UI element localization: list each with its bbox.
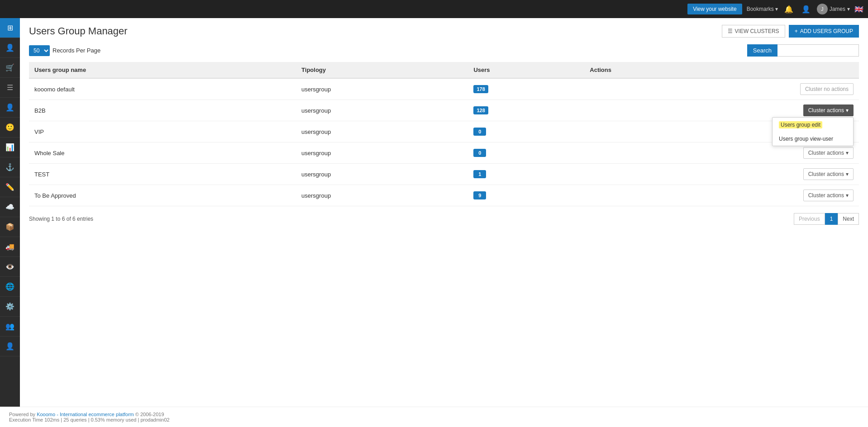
view-clusters-button[interactable]: ☰ VIEW CLUSTERS bbox=[722, 25, 785, 38]
sidebar-item-single-user[interactable]: 👤 bbox=[0, 337, 20, 356]
cluster-actions-button[interactable]: Cluster actions ▾ bbox=[803, 190, 854, 201]
next-page-button[interactable]: Next bbox=[838, 213, 859, 225]
page-header: Users Group Manager ☰ VIEW CLUSTERS + AD… bbox=[29, 25, 859, 38]
chart-icon: 📊 bbox=[5, 143, 14, 152]
main-layout: ⊞ 👤 🛒 ☰ 👤 🙂 📊 ⚓ ✏️ ☁️ 📦 🚚 👁️ 🌐 ⚙️ 👥 👤 Us… bbox=[0, 18, 868, 407]
cell-users: 178 bbox=[468, 78, 584, 100]
user-card-icon[interactable]: 👤 bbox=[800, 5, 812, 14]
sidebar-item-cloud[interactable]: ☁️ bbox=[0, 197, 20, 217]
records-per-page-control: 50 Records Per Page bbox=[29, 45, 100, 56]
sidebar-item-truck[interactable]: 🚚 bbox=[0, 237, 20, 257]
edit-icon: ✏️ bbox=[5, 183, 14, 191]
user-menu[interactable]: J James ▾ bbox=[817, 4, 850, 14]
box-icon: 📦 bbox=[5, 223, 14, 231]
sidebar-item-globe[interactable]: 🌐 bbox=[0, 277, 20, 297]
menu-item-label: Users group edit bbox=[779, 121, 822, 128]
users-count-badge: 0 bbox=[473, 149, 486, 157]
cluster-actions-button[interactable]: Cluster actions ▾ bbox=[803, 104, 854, 116]
person-icon: 👤 bbox=[5, 103, 14, 112]
users-count-badge: 0 bbox=[473, 128, 486, 136]
kooomo-link[interactable]: Kooomo - International ecommerce platfor… bbox=[37, 412, 134, 417]
eye-icon: 👁️ bbox=[5, 262, 14, 271]
search-button[interactable]: Search bbox=[747, 44, 777, 57]
table-row: Whole Saleusersgroup0Cluster actions ▾ bbox=[29, 142, 859, 164]
sidebar-item-user[interactable]: 👤 bbox=[0, 38, 20, 58]
search-input[interactable] bbox=[777, 44, 859, 57]
menu-icon: ☰ bbox=[7, 83, 13, 92]
page-1-button[interactable]: 1 bbox=[825, 213, 838, 225]
chevron-down-icon: ▾ bbox=[846, 107, 849, 114]
sidebar: ⊞ 👤 🛒 ☰ 👤 🙂 📊 ⚓ ✏️ ☁️ 📦 🚚 👁️ 🌐 ⚙️ 👥 👤 bbox=[0, 18, 20, 407]
bookmarks-button[interactable]: Bookmarks ▾ bbox=[747, 6, 778, 12]
copyright-text: © 2006-2019 bbox=[135, 412, 164, 417]
cell-users: 128 bbox=[468, 100, 584, 121]
sidebar-item-users[interactable]: 👥 bbox=[0, 317, 20, 337]
avatar: J bbox=[817, 4, 828, 14]
user-name: James bbox=[830, 6, 845, 12]
chevron-down-icon: ▾ bbox=[846, 192, 849, 199]
cell-actions: Cluster actions ▾ bbox=[584, 185, 859, 206]
col-header-users: Users bbox=[468, 62, 584, 78]
chevron-down-icon: ▾ bbox=[775, 6, 778, 12]
chevron-down-icon: ▾ bbox=[846, 171, 849, 177]
col-header-tipology: Tipology bbox=[296, 62, 468, 78]
sidebar-item-smile[interactable]: 🙂 bbox=[0, 118, 20, 138]
header-buttons: ☰ VIEW CLUSTERS + ADD USERS GROUP bbox=[722, 25, 859, 38]
language-flag-icon[interactable]: 🇬🇧 bbox=[854, 5, 863, 14]
records-per-page-select[interactable]: 50 bbox=[29, 45, 50, 56]
cell-tipology: usersgroup bbox=[296, 78, 468, 100]
cell-group-name: B2B bbox=[29, 100, 296, 121]
col-header-name: Users group name bbox=[29, 62, 296, 78]
anchor-icon: ⚓ bbox=[5, 163, 14, 171]
single-user-icon: 👤 bbox=[5, 342, 14, 351]
showing-text: Showing 1 to 6 of 6 entries bbox=[29, 216, 93, 222]
sidebar-item-person[interactable]: 👤 bbox=[0, 98, 20, 118]
footer: Powered by Kooomo - International ecomme… bbox=[0, 407, 868, 427]
cluster-no-actions-button[interactable]: Cluster no actions bbox=[800, 83, 854, 95]
pagination-row: Showing 1 to 6 of 6 entries Previous 1 N… bbox=[29, 213, 859, 225]
cluster-actions-menu: Users group editUsers group view-user bbox=[772, 117, 854, 146]
truck-icon: 🚚 bbox=[5, 242, 14, 251]
powered-by-text: Powered by bbox=[9, 412, 37, 417]
sidebar-item-grid[interactable]: ⊞ bbox=[0, 18, 20, 38]
sidebar-item-edit[interactable]: ✏️ bbox=[0, 177, 20, 197]
sidebar-item-cart[interactable]: 🛒 bbox=[0, 58, 20, 78]
cluster-actions-dropdown: Cluster actions ▾Users group editUsers g… bbox=[803, 104, 854, 116]
sidebar-item-anchor[interactable]: ⚓ bbox=[0, 157, 20, 177]
user-icon: 👤 bbox=[5, 43, 14, 52]
table-row: B2Busersgroup128Cluster actions ▾Users g… bbox=[29, 100, 859, 121]
sidebar-item-chart[interactable]: 📊 bbox=[0, 138, 20, 157]
cell-users: 0 bbox=[468, 121, 584, 142]
dropdown-menu-item[interactable]: Users group view-user bbox=[773, 132, 853, 146]
cell-group-name: TEST bbox=[29, 164, 296, 185]
table-row: VIPusersgroup0Cluster actions ▾ bbox=[29, 121, 859, 142]
cell-users: 0 bbox=[468, 142, 584, 164]
list-icon: ☰ bbox=[728, 28, 733, 34]
sidebar-item-menu[interactable]: ☰ bbox=[0, 78, 20, 98]
sidebar-item-settings[interactable]: ⚙️ bbox=[0, 297, 20, 317]
cluster-actions-button[interactable]: Cluster actions ▾ bbox=[803, 147, 854, 159]
cell-tipology: usersgroup bbox=[296, 164, 468, 185]
cart-icon: 🛒 bbox=[5, 63, 14, 72]
cell-users: 9 bbox=[468, 185, 584, 206]
controls-row: 50 Records Per Page Search bbox=[29, 44, 859, 57]
cluster-actions-button[interactable]: Cluster actions ▾ bbox=[803, 168, 854, 180]
sidebar-item-box[interactable]: 📦 bbox=[0, 217, 20, 237]
cell-actions: Cluster actions ▾ bbox=[584, 164, 859, 185]
globe-icon: 🌐 bbox=[5, 282, 14, 291]
users-group-icon: 👥 bbox=[5, 322, 14, 331]
plus-icon: + bbox=[795, 28, 798, 34]
cell-tipology: usersgroup bbox=[296, 100, 468, 121]
dropdown-menu-item[interactable]: Users group edit bbox=[773, 118, 853, 132]
notification-bell-icon[interactable]: 🔔 bbox=[782, 5, 795, 14]
sidebar-item-eye[interactable]: 👁️ bbox=[0, 257, 20, 277]
smile-icon: 🙂 bbox=[5, 123, 14, 132]
users-count-badge: 1 bbox=[473, 170, 486, 178]
add-users-group-button[interactable]: + ADD USERS GROUP bbox=[789, 25, 859, 38]
previous-page-button[interactable]: Previous bbox=[794, 213, 825, 225]
main-content: Users Group Manager ☰ VIEW CLUSTERS + AD… bbox=[20, 18, 868, 407]
view-website-button[interactable]: View your website bbox=[687, 4, 742, 14]
chevron-down-icon: ▾ bbox=[846, 150, 849, 156]
records-per-page-label: Records Per Page bbox=[52, 47, 100, 54]
cell-group-name: To Be Approved bbox=[29, 185, 296, 206]
